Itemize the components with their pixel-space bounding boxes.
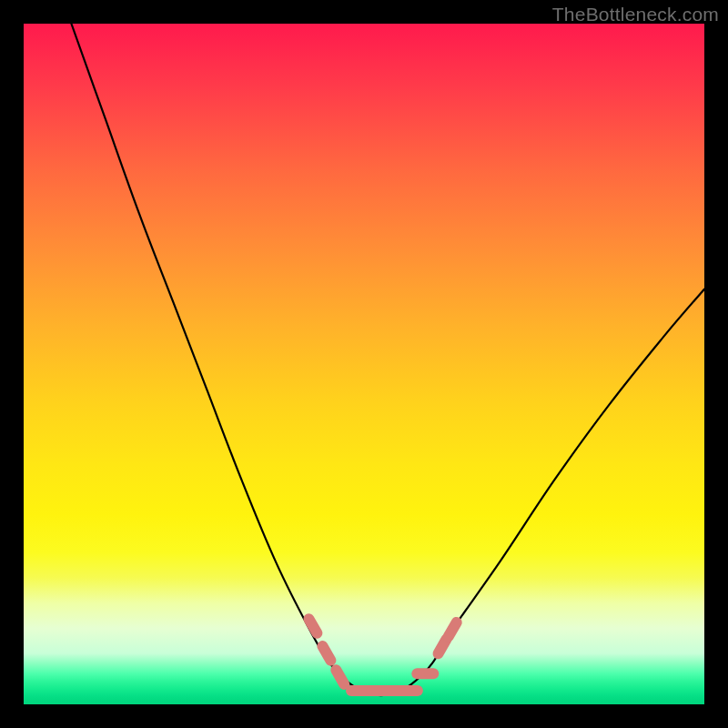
highlight-markers [308,619,456,691]
bottleneck-curve [71,24,704,695]
watermark-text: TheBottleneck.com [552,4,719,25]
marker-dash [449,622,457,637]
marker-dash [308,619,317,633]
plot-area [24,24,704,704]
marker-dash [336,670,344,684]
curve-layer [24,24,704,704]
marker-dash [322,646,330,661]
chart-frame: TheBottleneck.com [0,0,728,728]
marker-dash [439,640,447,654]
